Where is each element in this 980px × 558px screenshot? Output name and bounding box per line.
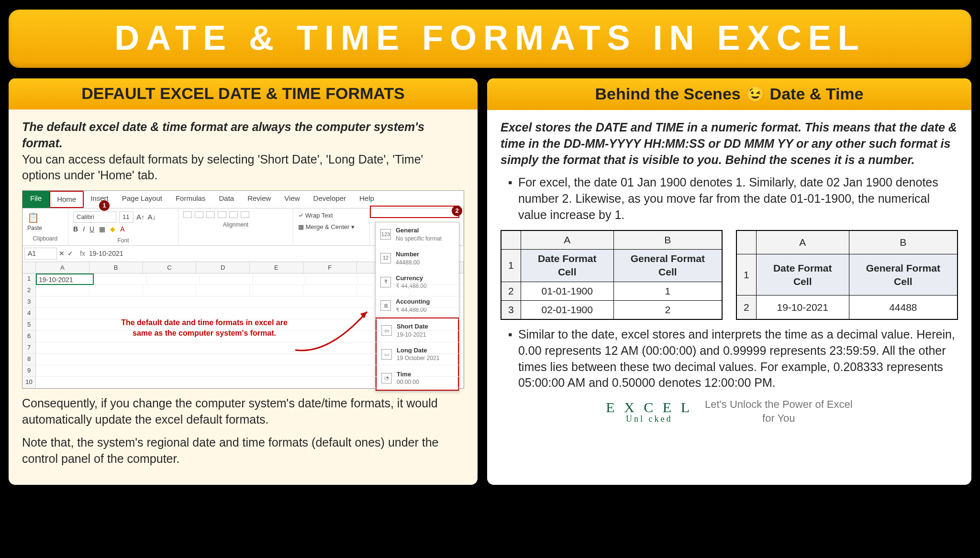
row-10[interactable]: 10 [22,377,36,388]
cell[interactable] [36,354,464,365]
col-A[interactable]: A [36,262,89,274]
cell[interactable] [410,285,464,296]
bold-button[interactable]: B [73,225,78,234]
logo-sub: Unl cked [606,415,692,423]
row-5[interactable]: 5 [22,319,36,331]
group-clipboard-label: Clipboard [27,235,63,242]
col-B: B [849,230,958,254]
enter-icon[interactable]: ✓ [67,249,73,258]
fmt-label: General [396,226,442,235]
row-4[interactable]: 4 [22,308,36,319]
tab-home[interactable]: Home [49,191,84,208]
cell: 44488 [849,295,958,320]
row-8[interactable]: 8 [22,354,36,365]
title-text: DATE & TIME FORMATS IN EXCEL [114,19,865,57]
align-icon[interactable] [195,211,203,218]
col-A: A [756,230,849,254]
wrap-text-label: Wrap Text [305,212,333,219]
tab-data[interactable]: Data [212,191,241,208]
underline-button[interactable]: U [89,225,94,234]
cell[interactable] [253,274,305,285]
brand-tagline: Let's Unlock the Power of Excel for You [705,398,853,425]
align-icon[interactable] [206,211,215,218]
cell[interactable] [143,285,197,296]
cell[interactable] [36,342,464,354]
tagline-1: Let's Unlock the Power of Excel [705,398,853,410]
tab-file[interactable]: File [22,191,49,208]
col-C[interactable]: C [143,262,197,274]
cell[interactable] [200,274,252,285]
row-2: 2 [501,282,521,300]
tab-review[interactable]: Review [241,191,278,208]
wrap-text-button[interactable]: ⤶ Wrap Text [298,211,365,220]
logo-sub-text: Unl cked [626,414,672,424]
formula-value[interactable]: 19-10-2021 [89,249,123,258]
row-1: 1 [736,254,756,295]
font-name-combo[interactable]: Calibri [73,211,116,223]
cell[interactable] [94,274,146,285]
paste-icon[interactable]: 📋 [27,211,63,224]
cell[interactable] [411,274,464,285]
select-all-corner[interactable] [22,262,36,274]
col-E[interactable]: E [250,262,303,274]
hdr-A: Date Format Cell [521,249,613,282]
row-3[interactable]: 3 [22,296,36,308]
cell[interactable] [358,274,411,285]
cell[interactable] [36,365,464,377]
row-1[interactable]: 1 [22,274,36,285]
cell: 19-10-2021 [756,295,849,320]
group-number: 2 123GeneralNo specific format 12Number4… [370,208,464,245]
border-icon[interactable]: ▦ [99,225,105,234]
left-intro-bold: The default excel date & time format are… [22,120,424,150]
font-color-icon[interactable]: A [120,225,124,234]
left-intro-rest: You can access default formats by select… [22,153,423,182]
fill-color-icon[interactable]: ◆ [110,225,115,234]
fmt-number[interactable]: 12Number44488.00 [376,246,459,270]
number-icon: 12 [380,253,391,263]
align-icon[interactable] [241,211,249,218]
fx-icon[interactable]: fx [80,249,85,258]
cell[interactable] [89,285,143,296]
row-1: 1 [501,249,521,282]
row-2[interactable]: 2 [22,285,36,296]
tab-page-layout[interactable]: Page Layout [115,191,169,208]
col-B[interactable]: B [89,262,143,274]
cell[interactable] [250,285,303,296]
row-9[interactable]: 9 [22,365,36,377]
header-pre: Behind the Scenes [595,85,746,103]
tab-view[interactable]: View [278,191,306,208]
brand-footer: E X C E L Unl cked Let's Unlock the Powe… [501,398,958,425]
cell[interactable] [36,296,464,308]
cell[interactable] [303,285,357,296]
align-icon[interactable] [183,211,192,218]
cell[interactable] [196,285,250,296]
row-7[interactable]: 7 [22,342,36,354]
panel-behind-scenes: Behind the Scenes 😉 Date & Time Excel st… [487,78,971,485]
merge-center-button[interactable]: ▦ Merge & Center ▾ [298,223,365,231]
cell[interactable] [357,285,411,296]
cell-A1[interactable]: 19-10-2021 [36,274,94,285]
paste-label: Paste [27,224,63,232]
group-wrap: ⤶ Wrap Text ▦ Merge & Center ▾ [293,208,370,245]
cancel-icon[interactable]: ✕ [59,249,65,258]
tab-formulas[interactable]: Formulas [169,191,212,208]
row-6[interactable]: 6 [22,331,36,342]
name-box[interactable]: A1 [24,248,57,260]
panel-left-header-text: DEFAULT EXCEL DATE & TIME FORMATS [81,84,405,102]
cell[interactable] [36,285,89,296]
cell[interactable] [147,274,200,285]
increase-font-icon[interactable]: A↑ [136,212,145,222]
italic-button[interactable]: I [83,225,85,234]
cell[interactable] [305,274,358,285]
fmt-sub: 44488.00 [396,259,420,266]
font-size-combo[interactable]: 11 [119,211,134,223]
align-icon[interactable] [218,211,226,218]
align-icon[interactable] [229,211,238,218]
col-D[interactable]: D [196,262,250,274]
bullet-marker-icon: ▪ [508,175,512,223]
cell[interactable] [36,377,464,388]
decrease-font-icon[interactable]: A↓ [148,212,156,222]
col-F[interactable]: F [303,262,357,274]
tab-developer[interactable]: Developer [307,191,353,208]
fmt-general[interactable]: 123GeneralNo specific format [376,222,459,246]
